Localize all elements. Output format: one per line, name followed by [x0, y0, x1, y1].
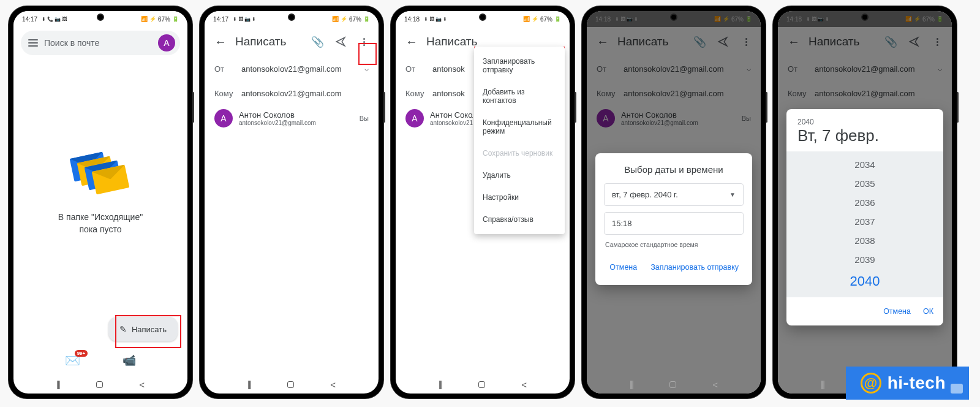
date-value: вт, 7 февр. 2040 г.	[612, 190, 678, 199]
to-field[interactable]: Кому antonsokolov21@gmail.com	[205, 81, 379, 105]
nav-bar: ||| <	[205, 375, 379, 394]
mail-tab[interactable]: ✉️99+	[65, 353, 80, 368]
phone-5: 14:18 ⬇ 🖼 📷 ⬇ 📶 ⚡67%🔋 ← Написать 📎 От an…	[773, 6, 957, 398]
nav-home-icon[interactable]	[287, 381, 294, 388]
menu-save-draft: Сохранить черновик	[474, 142, 565, 164]
menu-confidential[interactable]: Конфиденциальный режим	[474, 112, 565, 142]
menu-delete[interactable]: Удалить	[474, 164, 565, 186]
contact-email: antonsokolov21@gmail.com	[239, 120, 353, 126]
contact-name: Антон Соколов	[239, 110, 353, 120]
camera-notch	[861, 13, 869, 21]
contact-suggestion[interactable]: А Антон Соколов antonsokolov21@gmail.com…	[205, 105, 379, 131]
cancel-button[interactable]: Отмена	[880, 302, 914, 321]
year-list[interactable]: 2034 2035 2036 2037 2038 2039 2040	[786, 151, 943, 297]
chevron-down-icon[interactable]: ⌵	[364, 64, 369, 73]
nav-recent-icon[interactable]: |||	[247, 379, 251, 389]
contact-avatar: А	[214, 109, 233, 127]
menu-settings[interactable]: Настройки	[474, 186, 565, 208]
empty-state: В папке "Исходящие" пока пусто	[13, 59, 187, 346]
attach-icon[interactable]: 📎	[307, 32, 327, 51]
compose-header: ← Написать 📎	[205, 27, 379, 56]
year-option[interactable]: 2036	[786, 193, 943, 212]
year-option[interactable]: 2035	[786, 174, 943, 193]
year-option[interactable]: 2034	[786, 155, 943, 174]
camera-notch	[479, 13, 486, 21]
contact-avatar: А	[405, 109, 424, 127]
menu-contacts[interactable]: Добавить из контактов	[474, 81, 565, 112]
to-label: Кому	[405, 89, 432, 98]
nav-bar: ||| <	[13, 375, 187, 394]
envelopes-illustration	[67, 144, 134, 199]
cancel-button[interactable]: Отмена	[606, 258, 641, 276]
more-icon[interactable]	[354, 32, 374, 51]
timezone-note: Самарское стандартное время	[605, 241, 742, 248]
camera-notch	[670, 13, 677, 21]
year-option[interactable]: 2037	[786, 212, 943, 231]
nav-home-icon[interactable]	[669, 381, 676, 388]
from-value: antonsokolov21@gmail.com	[241, 64, 364, 74]
back-icon[interactable]: ←	[209, 35, 232, 49]
date-field[interactable]: вт, 7 февр. 2040 г. ▼	[604, 183, 744, 206]
year-option-selected[interactable]: 2040	[786, 269, 943, 294]
menu-icon[interactable]	[28, 39, 38, 47]
date-display[interactable]: Вт, 7 февр.	[797, 126, 932, 145]
nav-recent-icon[interactable]: |||	[439, 379, 442, 389]
meet-tab[interactable]: 📹	[123, 354, 136, 367]
from-field[interactable]: От antonsokolov21@gmail.com ⌵	[205, 56, 379, 81]
contact-name-partial: Антон Сокол	[430, 110, 473, 120]
compose-button[interactable]: ✎ Написать	[108, 317, 178, 341]
nav-back-icon[interactable]: <	[330, 379, 336, 390]
time-value: 15:18	[612, 219, 632, 228]
nav-recent-icon[interactable]: |||	[56, 379, 59, 389]
time-field[interactable]: 15:18	[604, 212, 744, 235]
contact-you-label: Вы	[360, 115, 369, 122]
camera-notch	[288, 13, 295, 21]
status-time: 14:18	[404, 16, 420, 23]
back-icon[interactable]: ←	[401, 35, 423, 49]
to-label: Кому	[214, 89, 241, 98]
bottom-tabs: ✉️99+ 📹	[13, 346, 187, 375]
ok-button[interactable]: ОК	[919, 302, 937, 321]
schedule-button[interactable]: Запланировать отправку	[647, 258, 742, 276]
pencil-icon: ✎	[119, 324, 127, 334]
year-superscript[interactable]: 2040	[797, 118, 932, 126]
nav-recent-icon[interactable]: |||	[630, 379, 633, 389]
to-value: antonsokolov21@gmail.com	[241, 89, 369, 98]
watermark-logo-icon: @	[861, 373, 881, 394]
watermark-text: hi-tech	[888, 373, 946, 393]
menu-schedule[interactable]: Запланировать отправку	[474, 50, 565, 81]
compose-label: Написать	[132, 325, 167, 334]
from-label: От	[214, 64, 241, 74]
status-battery: 67%	[540, 16, 552, 23]
account-avatar[interactable]: А	[158, 34, 175, 51]
watermark: @ hi-tech	[846, 367, 969, 400]
nav-back-icon[interactable]: <	[139, 379, 145, 390]
from-label: От	[405, 64, 432, 74]
from-value-partial: antonsok	[432, 64, 475, 74]
year-option[interactable]: 2039	[786, 250, 943, 269]
nav-home-icon[interactable]	[96, 381, 103, 388]
year-option[interactable]: 2038	[786, 231, 943, 250]
empty-line-2: пока пусто	[58, 224, 143, 236]
nav-home-icon[interactable]	[478, 381, 485, 388]
nav-recent-icon[interactable]: |||	[821, 379, 824, 389]
overflow-menu: Запланировать отправку Добавить из конта…	[474, 47, 565, 234]
menu-help[interactable]: Справка/отзыв	[474, 208, 565, 230]
search-bar[interactable]: Поиск в почте А	[21, 31, 180, 55]
contact-email-partial: antonsokolov21@	[430, 120, 473, 126]
send-icon[interactable]	[331, 32, 350, 51]
status-battery: 67%	[158, 16, 170, 23]
status-time: 14:17	[213, 16, 228, 23]
nav-bar: ||| <	[396, 375, 570, 394]
search-placeholder: Поиск в почте	[44, 38, 152, 48]
status-battery: 67%	[349, 16, 361, 23]
empty-line-1: В папке "Исходящие"	[58, 211, 143, 224]
status-time: 14:17	[22, 16, 37, 23]
phone-3: 14:18 ⬇ 🖼 📷 ⬇ 📶 ⚡67%🔋 ← Написать От anto…	[391, 6, 575, 398]
dropdown-icon: ▼	[729, 191, 736, 198]
camera-notch	[97, 13, 104, 21]
phone-4: 14:18 ⬇ 🖼 📷 ⬇ 📶 ⚡67%🔋 ← Написать 📎 От an…	[582, 6, 766, 398]
nav-back-icon[interactable]: <	[712, 379, 718, 390]
nav-bar: ||| <	[587, 375, 761, 394]
nav-back-icon[interactable]: <	[521, 379, 527, 390]
